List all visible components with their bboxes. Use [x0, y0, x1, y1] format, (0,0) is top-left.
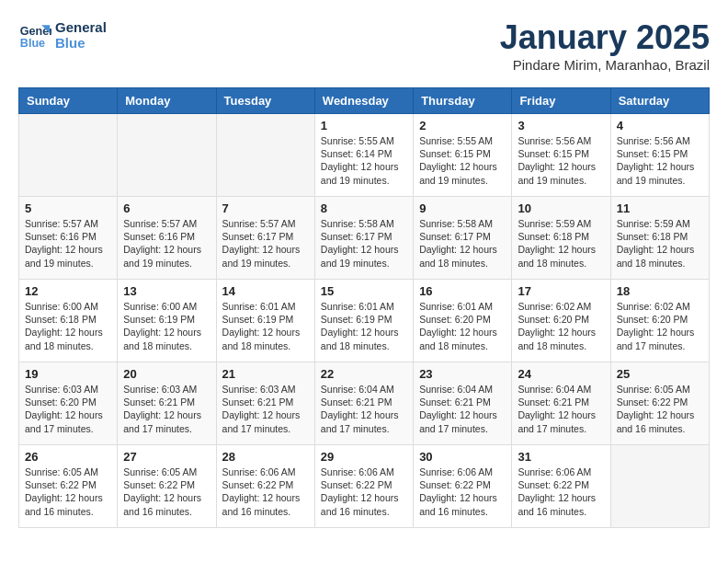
day-number: 2 — [419, 119, 506, 132]
calendar-cell: 27Sunrise: 6:05 AM Sunset: 6:22 PM Dayli… — [118, 445, 216, 528]
calendar-week-row: 26Sunrise: 6:05 AM Sunset: 6:22 PM Dayli… — [19, 445, 710, 528]
logo-line2: Blue — [55, 35, 107, 51]
day-number: 12 — [25, 284, 111, 298]
cell-info: Sunrise: 6:02 AM Sunset: 6:20 PM Dayligh… — [617, 300, 703, 352]
calendar-table: SundayMondayTuesdayWednesdayThursdayFrid… — [18, 87, 710, 528]
day-number: 10 — [518, 201, 604, 215]
cell-info: Sunrise: 5:55 AM Sunset: 6:15 PM Dayligh… — [419, 134, 506, 187]
svg-text:Blue: Blue — [20, 37, 45, 50]
day-number: 19 — [25, 367, 111, 381]
cell-info: Sunrise: 6:06 AM Sunset: 6:22 PM Dayligh… — [321, 465, 407, 518]
cell-info: Sunrise: 5:58 AM Sunset: 6:17 PM Dayligh… — [321, 217, 407, 270]
day-number: 11 — [617, 201, 703, 215]
calendar-cell: 6Sunrise: 5:57 AM Sunset: 6:16 PM Daylig… — [118, 197, 216, 280]
calendar-cell: 19Sunrise: 6:03 AM Sunset: 6:20 PM Dayli… — [19, 362, 118, 445]
title-block: January 2025 Pindare Mirim, Maranhao, Br… — [500, 18, 710, 73]
cell-info: Sunrise: 5:57 AM Sunset: 6:17 PM Dayligh… — [222, 217, 309, 270]
cell-info: Sunrise: 5:59 AM Sunset: 6:18 PM Dayligh… — [518, 217, 604, 270]
calendar-cell: 25Sunrise: 6:05 AM Sunset: 6:22 PM Dayli… — [610, 362, 709, 445]
calendar-header: SundayMondayTuesdayWednesdayThursdayFrid… — [19, 88, 710, 114]
weekday-header-sunday: Sunday — [19, 88, 118, 114]
calendar-cell: 12Sunrise: 6:00 AM Sunset: 6:18 PM Dayli… — [19, 280, 118, 362]
day-number: 25 — [617, 367, 703, 381]
cell-info: Sunrise: 6:05 AM Sunset: 6:22 PM Dayligh… — [25, 465, 111, 518]
calendar-cell: 21Sunrise: 6:03 AM Sunset: 6:21 PM Dayli… — [216, 362, 314, 445]
calendar-week-row: 5Sunrise: 5:57 AM Sunset: 6:16 PM Daylig… — [19, 197, 710, 280]
day-number: 1 — [321, 119, 407, 132]
day-number: 4 — [617, 119, 703, 132]
calendar-cell — [216, 114, 314, 197]
calendar-cell — [610, 445, 709, 528]
weekday-header-friday: Friday — [512, 88, 610, 114]
calendar-cell: 2Sunrise: 5:55 AM Sunset: 6:15 PM Daylig… — [414, 114, 512, 197]
cell-info: Sunrise: 6:05 AM Sunset: 6:22 PM Dayligh… — [617, 383, 703, 435]
cell-info: Sunrise: 6:06 AM Sunset: 6:22 PM Dayligh… — [518, 465, 604, 518]
day-number: 31 — [518, 450, 604, 464]
calendar-cell: 15Sunrise: 6:01 AM Sunset: 6:19 PM Dayli… — [314, 280, 413, 362]
cell-info: Sunrise: 6:04 AM Sunset: 6:21 PM Dayligh… — [518, 383, 604, 435]
cell-info: Sunrise: 6:01 AM Sunset: 6:19 PM Dayligh… — [222, 300, 309, 352]
calendar-cell: 31Sunrise: 6:06 AM Sunset: 6:22 PM Dayli… — [512, 445, 610, 528]
day-number: 7 — [222, 201, 309, 215]
cell-info: Sunrise: 6:01 AM Sunset: 6:19 PM Dayligh… — [321, 300, 407, 352]
cell-info: Sunrise: 6:03 AM Sunset: 6:20 PM Dayligh… — [25, 383, 111, 435]
day-number: 16 — [419, 284, 506, 298]
cell-info: Sunrise: 6:04 AM Sunset: 6:21 PM Dayligh… — [419, 383, 506, 435]
calendar-cell: 16Sunrise: 6:01 AM Sunset: 6:20 PM Dayli… — [414, 280, 512, 362]
day-number: 22 — [321, 367, 407, 381]
calendar-cell — [19, 114, 118, 197]
calendar-cell: 20Sunrise: 6:03 AM Sunset: 6:21 PM Dayli… — [118, 362, 216, 445]
calendar-cell: 17Sunrise: 6:02 AM Sunset: 6:20 PM Dayli… — [512, 280, 610, 362]
calendar-cell: 13Sunrise: 6:00 AM Sunset: 6:19 PM Dayli… — [118, 280, 216, 362]
calendar-cell: 29Sunrise: 6:06 AM Sunset: 6:22 PM Dayli… — [314, 445, 413, 528]
cell-info: Sunrise: 6:06 AM Sunset: 6:22 PM Dayligh… — [419, 465, 506, 518]
day-number: 9 — [419, 201, 506, 215]
calendar-cell: 1Sunrise: 5:55 AM Sunset: 6:14 PM Daylig… — [314, 114, 413, 197]
cell-info: Sunrise: 6:01 AM Sunset: 6:20 PM Dayligh… — [419, 300, 506, 352]
calendar-cell: 24Sunrise: 6:04 AM Sunset: 6:21 PM Dayli… — [512, 362, 610, 445]
cell-info: Sunrise: 6:00 AM Sunset: 6:18 PM Dayligh… — [25, 300, 111, 352]
day-number: 27 — [123, 450, 210, 464]
weekday-header-tuesday: Tuesday — [216, 88, 314, 114]
day-number: 21 — [222, 367, 309, 381]
day-number: 26 — [25, 450, 111, 464]
weekday-header-monday: Monday — [118, 88, 216, 114]
day-number: 8 — [321, 201, 407, 215]
calendar-week-row: 1Sunrise: 5:55 AM Sunset: 6:14 PM Daylig… — [19, 114, 710, 197]
cell-info: Sunrise: 6:06 AM Sunset: 6:22 PM Dayligh… — [222, 465, 309, 518]
calendar-cell: 18Sunrise: 6:02 AM Sunset: 6:20 PM Dayli… — [610, 280, 709, 362]
calendar-cell: 22Sunrise: 6:04 AM Sunset: 6:21 PM Dayli… — [314, 362, 413, 445]
cell-info: Sunrise: 6:02 AM Sunset: 6:20 PM Dayligh… — [518, 300, 604, 352]
cell-info: Sunrise: 5:57 AM Sunset: 6:16 PM Dayligh… — [123, 217, 210, 270]
day-number: 14 — [222, 284, 309, 298]
logo: General Blue General Blue — [18, 18, 107, 52]
day-number: 20 — [123, 367, 210, 381]
calendar-cell: 4Sunrise: 5:56 AM Sunset: 6:15 PM Daylig… — [610, 114, 709, 197]
calendar-cell: 14Sunrise: 6:01 AM Sunset: 6:19 PM Dayli… — [216, 280, 314, 362]
calendar-cell — [118, 114, 216, 197]
calendar-cell: 30Sunrise: 6:06 AM Sunset: 6:22 PM Dayli… — [414, 445, 512, 528]
cell-info: Sunrise: 5:55 AM Sunset: 6:14 PM Dayligh… — [321, 134, 407, 187]
calendar-cell: 26Sunrise: 6:05 AM Sunset: 6:22 PM Dayli… — [19, 445, 118, 528]
month-title: January 2025 — [500, 18, 710, 57]
calendar-cell: 5Sunrise: 5:57 AM Sunset: 6:16 PM Daylig… — [19, 197, 118, 280]
weekday-header-wednesday: Wednesday — [314, 88, 413, 114]
day-number: 5 — [25, 201, 111, 215]
day-number: 6 — [123, 201, 210, 215]
day-number: 30 — [419, 450, 506, 464]
weekday-header-row: SundayMondayTuesdayWednesdayThursdayFrid… — [19, 88, 710, 114]
weekday-header-thursday: Thursday — [414, 88, 512, 114]
calendar-cell: 11Sunrise: 5:59 AM Sunset: 6:18 PM Dayli… — [610, 197, 709, 280]
calendar-cell: 3Sunrise: 5:56 AM Sunset: 6:15 PM Daylig… — [512, 114, 610, 197]
calendar-week-row: 12Sunrise: 6:00 AM Sunset: 6:18 PM Dayli… — [19, 280, 710, 362]
day-number: 17 — [518, 284, 604, 298]
calendar-cell: 8Sunrise: 5:58 AM Sunset: 6:17 PM Daylig… — [314, 197, 413, 280]
cell-info: Sunrise: 6:00 AM Sunset: 6:19 PM Dayligh… — [123, 300, 210, 352]
cell-info: Sunrise: 6:05 AM Sunset: 6:22 PM Dayligh… — [123, 465, 210, 518]
logo-icon: General Blue — [18, 18, 51, 52]
day-number: 18 — [617, 284, 703, 298]
cell-info: Sunrise: 6:04 AM Sunset: 6:21 PM Dayligh… — [321, 383, 407, 435]
cell-info: Sunrise: 5:56 AM Sunset: 6:15 PM Dayligh… — [617, 134, 703, 187]
day-number: 23 — [419, 367, 506, 381]
calendar-cell: 28Sunrise: 6:06 AM Sunset: 6:22 PM Dayli… — [216, 445, 314, 528]
